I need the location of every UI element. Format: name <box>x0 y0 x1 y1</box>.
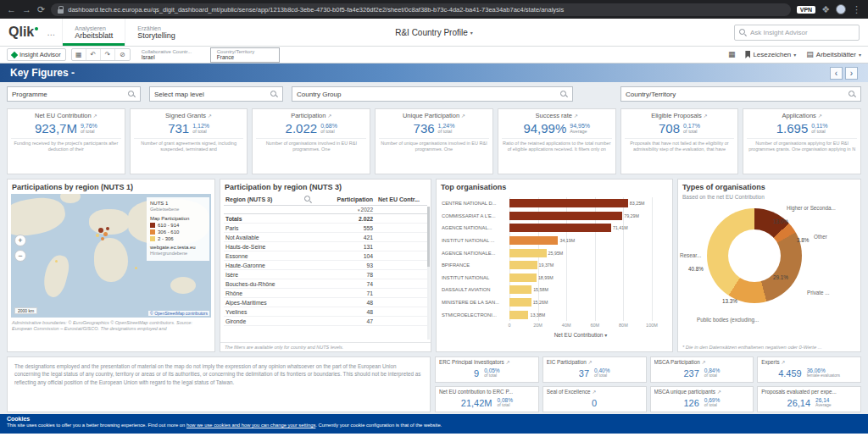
bar[interactable] <box>509 311 528 319</box>
external-link-icon[interactable]: ↗ <box>782 360 786 365</box>
table-row[interactable]: Paris 555 <box>224 224 427 233</box>
filter-country-territory[interactable]: Country/Territory <box>620 86 861 102</box>
back-icon[interactable]: ← <box>7 5 16 14</box>
bar-row[interactable]: BPIFRANCE 19,37M <box>442 259 667 272</box>
cell-participation[interactable]: 47 <box>312 318 373 324</box>
external-link-icon[interactable]: ↗ <box>208 113 212 119</box>
cell-participation[interactable]: 48 <box>312 309 373 315</box>
external-link-icon[interactable]: ↗ <box>593 390 597 395</box>
column-header-net-eu[interactable]: Net EU Contr... <box>373 196 427 202</box>
column-header-participation[interactable]: Participation <box>312 196 373 202</box>
cell-participation[interactable]: 93 <box>312 262 373 268</box>
extensions-icon[interactable]: ❖ <box>821 5 830 14</box>
cell-region[interactable]: Bouches-du-Rhône <box>224 281 312 287</box>
table-row[interactable]: Alpes-Maritimes 48 <box>224 298 427 307</box>
table-row[interactable]: Rhône 71 <box>224 289 427 298</box>
cell-region[interactable]: Gironde <box>224 318 312 324</box>
clear-selections-icon[interactable]: ⊘ <box>115 49 130 60</box>
external-link-icon[interactable]: ↗ <box>702 360 706 365</box>
cell-participation[interactable]: 71 <box>312 290 373 296</box>
bar-row[interactable]: DASSAULT AVIATION 15,58M <box>442 284 667 296</box>
bar[interactable] <box>509 212 622 220</box>
step-back-icon[interactable]: ↶ <box>86 49 101 60</box>
table-row[interactable]: Totals 2.022 <box>224 214 427 224</box>
bar[interactable] <box>509 261 537 269</box>
table-row[interactable]: Gironde 47 <box>224 317 427 326</box>
zoom-out-button[interactable]: − <box>14 250 26 262</box>
bar[interactable] <box>509 298 531 307</box>
external-link-icon[interactable]: ↗ <box>574 113 578 119</box>
cell-region[interactable]: Hauts-de-Seine <box>224 244 312 250</box>
table-scrollbar[interactable] <box>427 207 430 340</box>
cell-region[interactable]: Yvelines <box>224 309 312 315</box>
external-link-icon[interactable]: ↗ <box>818 113 822 119</box>
filter-country-group[interactable]: Country Group <box>292 86 573 102</box>
external-link-icon[interactable]: ↗ <box>327 113 331 119</box>
table-row[interactable]: Yvelines 48 <box>224 307 427 317</box>
selections-icon[interactable]: ▦ <box>72 49 86 60</box>
table-row[interactable]: Essonne 104 <box>224 251 427 261</box>
cell-participation[interactable]: 2.022 <box>312 216 373 222</box>
refresh-icon[interactable]: ⟳ <box>37 5 45 14</box>
map-data-point[interactable] <box>98 228 103 233</box>
cookie-settings-link[interactable]: how we use cookies and how you can chang… <box>186 423 315 428</box>
prev-sheet-button[interactable]: ‹ <box>830 67 843 80</box>
zoom-in-button[interactable]: + <box>14 235 26 246</box>
x-axis-label[interactable]: Net EU Contribution ▾ <box>509 332 652 338</box>
bar[interactable] <box>509 224 611 232</box>
filter-select-map-level[interactable]: Select map level <box>149 86 283 102</box>
table-row[interactable]: Not Available 421 <box>224 233 427 242</box>
bar-row[interactable]: AGENCE NATIONALE... 25,95M <box>442 246 667 259</box>
cell-region[interactable]: Alpes-Maritimes <box>224 300 312 306</box>
selection-chip-country-territory[interactable]: Country/Territory France <box>210 47 280 63</box>
filter-programme[interactable]: Programme <box>7 86 141 102</box>
search-input[interactable] <box>750 29 854 36</box>
cell-region[interactable]: Paris <box>224 225 312 231</box>
bar-row[interactable]: CENTRE NATIONAL D... 83,25M <box>442 197 667 210</box>
column-header-region[interactable]: Region (NUTS 3) <box>224 196 312 203</box>
map[interactable]: + − 2000 km © OpenStreetMap contributors… <box>11 194 211 318</box>
external-link-icon[interactable]: ↗ <box>717 390 721 395</box>
cell-participation[interactable]: 555 <box>312 225 373 231</box>
table-row[interactable]: Isère 78 <box>224 270 427 279</box>
cell-participation[interactable]: 131 <box>312 244 373 250</box>
external-link-icon[interactable]: ↗ <box>704 113 708 119</box>
sheets-menu[interactable]: ▤ Arbeitsblätter ▾ <box>806 51 861 58</box>
bar[interactable] <box>509 236 558 245</box>
bar-row[interactable]: COMMISSARIAT A L'E... 79,29M <box>442 210 667 223</box>
map-data-point[interactable] <box>135 267 137 269</box>
map-data-point[interactable] <box>55 260 58 262</box>
app-menu-icon[interactable]: … <box>47 19 62 46</box>
insight-advisor-search[interactable] <box>734 25 860 41</box>
cell-participation[interactable]: 78 <box>312 272 373 278</box>
selection-chip-collaborative-countries[interactable]: Collaborative Countr... Israel <box>136 47 205 63</box>
bar[interactable] <box>509 249 547 257</box>
external-link-icon[interactable]: ↗ <box>506 360 510 365</box>
year-subheader[interactable]: ▾2022 <box>312 207 373 213</box>
bar[interactable] <box>509 273 537 282</box>
map-data-point[interactable] <box>96 234 99 237</box>
cell-region[interactable]: Isère <box>224 272 312 278</box>
table-row[interactable]: Hauts-de-Seine 131 <box>224 242 427 251</box>
bookmarks-menu[interactable]: Lesezeichen ▾ <box>745 51 796 58</box>
external-link-icon[interactable]: ↗ <box>588 360 593 365</box>
browser-menu-icon[interactable]: ⋮ <box>852 5 861 14</box>
table-row[interactable]: Haute-Garonne 93 <box>224 261 427 270</box>
cell-region[interactable]: Rhône <box>224 290 312 296</box>
insight-advisor-button[interactable]: Insight Advisor <box>7 48 66 61</box>
search-icon[interactable] <box>304 196 312 203</box>
step-forward-icon[interactable]: ↷ <box>101 49 115 60</box>
map-data-point[interactable] <box>101 237 104 240</box>
tab-analyze-sheet[interactable]: Analysieren Arbeitsblatt <box>62 19 125 46</box>
vpn-extension-badge[interactable]: VPN <box>797 6 815 14</box>
table-row[interactable]: Bouches-du-Rhône 74 <box>224 279 427 289</box>
bar-row[interactable]: MINISTERE DE LA SAN... 15,26M <box>442 296 667 309</box>
cell-region[interactable]: Essonne <box>224 253 312 259</box>
osm-attribution-link[interactable]: © OpenStreetMap contributors <box>148 311 209 316</box>
cell-participation[interactable]: 104 <box>312 253 373 259</box>
cell-participation[interactable]: 74 <box>312 281 373 287</box>
next-sheet-button[interactable]: › <box>845 67 858 80</box>
bar[interactable] <box>509 199 628 207</box>
external-link-icon[interactable]: ↗ <box>461 113 465 119</box>
bar-row[interactable]: AGENCE NATIONAL... 71,41M <box>442 222 667 235</box>
